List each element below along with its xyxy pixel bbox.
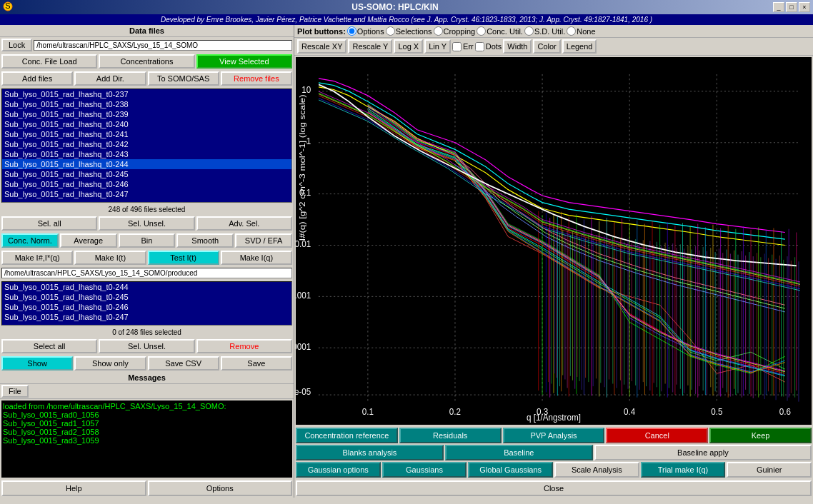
radio-sd-util[interactable]: S.D. Util. <box>524 26 565 36</box>
svg-text:0.1: 0.1 <box>299 187 311 198</box>
radio-cropping[interactable]: Cropping <box>434 26 476 36</box>
radio-selections[interactable]: Selections <box>386 26 432 36</box>
file-list[interactable]: Sub_lyso_0015_rad_lhashq_t0-237 Sub_lyso… <box>1 89 292 203</box>
gaussians-btn[interactable]: Gaussians <box>382 462 467 478</box>
dev-credit: Developed by Emre Brookes, Javier Pérez,… <box>0 14 813 25</box>
selection-info: 248 of 496 files selected <box>0 204 294 215</box>
radio-conc-util[interactable]: Conc. Util. <box>477 26 523 36</box>
make-it-btn[interactable]: Make I(t) <box>74 251 146 265</box>
width-btn[interactable]: Width <box>503 39 532 54</box>
minimize-btn[interactable]: _ <box>773 2 784 12</box>
keep-btn[interactable]: Keep <box>709 428 812 443</box>
dots-checkbox-label[interactable]: Dots <box>475 42 502 51</box>
svg-text:0.2: 0.2 <box>449 406 461 417</box>
to-somo-sas-btn[interactable]: To SOMO/SAS <box>148 71 219 86</box>
file-list-item[interactable]: Sub_lyso_0015_rad_lhashq_t0-246 <box>2 179 291 189</box>
svg-text:0.6: 0.6 <box>779 406 791 417</box>
add-dir-btn[interactable]: Add Dir. <box>74 71 146 86</box>
show-btn[interactable]: Show <box>1 356 73 371</box>
trial-make-iq-btn[interactable]: Trial make I(q) <box>641 462 726 478</box>
scale-analysis-btn[interactable]: Scale Analysis <box>554 462 639 478</box>
err-checkbox[interactable] <box>452 42 462 51</box>
baseline-btn[interactable]: Baseline <box>445 445 593 460</box>
global-gaussians-btn[interactable]: Global Gaussians <box>468 462 553 478</box>
file-list-item[interactable]: Sub_lyso_0015_rad_lhashq_t0-243 <box>2 149 291 159</box>
produced-item[interactable]: Sub_lyso_0015_rad_lhashq_t0-247 <box>2 312 291 322</box>
conc-norm-btn[interactable]: Conc. Norm. <box>1 233 59 248</box>
test-it-btn[interactable]: Test I(t) <box>148 251 219 265</box>
sel-all-btn[interactable]: Sel. all <box>1 216 97 231</box>
conc-file-load-btn[interactable]: Conc. File Load <box>1 54 97 69</box>
svg-text:0.5: 0.5 <box>711 406 722 417</box>
svd-efa-btn[interactable]: SVD / EFA <box>235 233 292 248</box>
options-btn[interactable]: Options <box>148 480 293 496</box>
file-list-item[interactable]: Sub_lyso_0015_rad_lhashq_t0-239 <box>2 109 291 119</box>
smooth-btn[interactable]: Smooth <box>176 233 234 248</box>
svg-text:1: 1 <box>306 136 311 147</box>
file-list-item[interactable]: Sub_lyso_0015_rad_lhashq_t0-237 <box>2 89 291 99</box>
baseline-apply-btn[interactable]: Baseline apply <box>594 445 812 460</box>
concentration-reference-btn[interactable]: Concentration reference <box>296 428 398 443</box>
radio-none[interactable]: None <box>567 26 595 36</box>
svg-text:0.001: 0.001 <box>296 290 311 301</box>
save-csv-btn[interactable]: Save CSV <box>148 356 219 371</box>
select-all-btn[interactable]: Select all <box>1 339 97 353</box>
show-only-btn[interactable]: Show only <box>74 356 146 371</box>
svg-text:10: 10 <box>301 85 311 96</box>
pvp-analysis-btn[interactable]: PVP Analysis <box>503 428 605 443</box>
window-title: US-SOMO: HPLC/KIN <box>17 2 773 12</box>
rescale-y-btn[interactable]: Rescale Y <box>348 39 392 54</box>
svg-text:S: S <box>5 1 10 10</box>
blanks-analysis-btn[interactable]: Blanks analysis <box>296 445 444 460</box>
rescale-xy-btn[interactable]: Rescale XY <box>297 39 346 54</box>
produced-item[interactable]: Sub_lyso_0015_rad_lhashq_t0-245 <box>2 292 291 302</box>
guinier-btn[interactable]: Guinier <box>727 462 812 478</box>
close-window-btn[interactable]: × <box>799 2 810 12</box>
produced-item[interactable]: Sub_lyso_0015_rad_lhashq_t0-246 <box>2 302 291 312</box>
concentrations-btn[interactable]: Concentrations <box>99 54 194 69</box>
file-list-item[interactable]: Sub_lyso_0015_rad_lhashq_t0-242 <box>2 139 291 149</box>
sel-unsel-btn[interactable]: Sel. Unsel. <box>99 216 194 231</box>
err-checkbox-label[interactable]: Err <box>452 42 474 51</box>
svg-text:0.01: 0.01 <box>296 238 311 249</box>
file-list-item[interactable]: Sub_lyso_0015_rad_lhashq_t0-244 <box>2 159 291 169</box>
dots-checkbox[interactable] <box>475 42 484 51</box>
adv-sel-btn[interactable]: Adv. Sel. <box>196 216 292 231</box>
remove-files-btn[interactable]: Remove files <box>221 71 292 86</box>
file-list-item[interactable]: Sub_lyso_0015_rad_lhashq_t0-241 <box>2 129 291 139</box>
svg-text:I#(q) [g^2 cm^-3 mol^-1] (log : I#(q) [g^2 cm^-3 mol^-1] (log scale) <box>297 94 306 241</box>
add-files-btn[interactable]: Add files <box>1 71 73 86</box>
help-btn[interactable]: Help <box>1 480 146 496</box>
svg-text:1e-05: 1e-05 <box>296 386 311 397</box>
make-ift-btn[interactable]: Make I#,I*(q) <box>1 251 73 265</box>
bin-btn[interactable]: Bin <box>119 233 176 248</box>
close-btn[interactable]: Close <box>296 480 812 496</box>
residuals-btn[interactable]: Residuals <box>399 428 502 443</box>
plot-area: I#(q) [g^2 cm^-3 mol^-1] (log scale) q [… <box>296 57 812 425</box>
maximize-btn[interactable]: □ <box>786 2 797 12</box>
view-selected-btn[interactable]: View Selected <box>196 54 292 69</box>
lock-button[interactable]: Lock <box>1 39 32 51</box>
remove-btn[interactable]: Remove <box>196 339 292 353</box>
file-list-item[interactable]: Sub_lyso_0015_rad_lhashq_t0-245 <box>2 169 291 179</box>
svg-text:0.0001: 0.0001 <box>296 341 311 352</box>
cancel-btn[interactable]: Cancel <box>606 428 708 443</box>
file-list-item[interactable]: Sub_lyso_0015_rad_lhashq_t0-240 <box>2 119 291 129</box>
radio-options[interactable]: Options <box>347 26 384 36</box>
file-list-item[interactable]: Sub_lyso_0015_rad_lhashq_t0-238 <box>2 99 291 109</box>
sel-unsel2-btn[interactable]: Sel. Unsel. <box>99 339 194 353</box>
save-btn[interactable]: Save <box>221 356 292 371</box>
produced-list[interactable]: Sub_lyso_0015_rad_lhashq_t0-244 Sub_lyso… <box>1 281 292 326</box>
data-files-header: Data files <box>0 25 294 37</box>
file-menu-btn[interactable]: File <box>1 385 29 398</box>
color-btn[interactable]: Color <box>533 39 560 54</box>
log-x-btn[interactable]: Log X <box>394 39 423 54</box>
svg-text:q [1/Angstrom]: q [1/Angstrom] <box>527 412 581 423</box>
produced-item[interactable]: Sub_lyso_0015_rad_lhashq_t0-244 <box>2 282 291 292</box>
legend-btn[interactable]: Legend <box>562 39 597 54</box>
lin-y-btn[interactable]: Lin Y <box>424 39 451 54</box>
make-iq-btn[interactable]: Make I(q) <box>221 251 292 265</box>
gaussian-options-btn[interactable]: Gaussian options <box>296 462 381 478</box>
file-list-item[interactable]: Sub_lyso_0015_rad_lhashq_t0-247 <box>2 189 291 199</box>
average-btn[interactable]: Average <box>60 233 117 248</box>
